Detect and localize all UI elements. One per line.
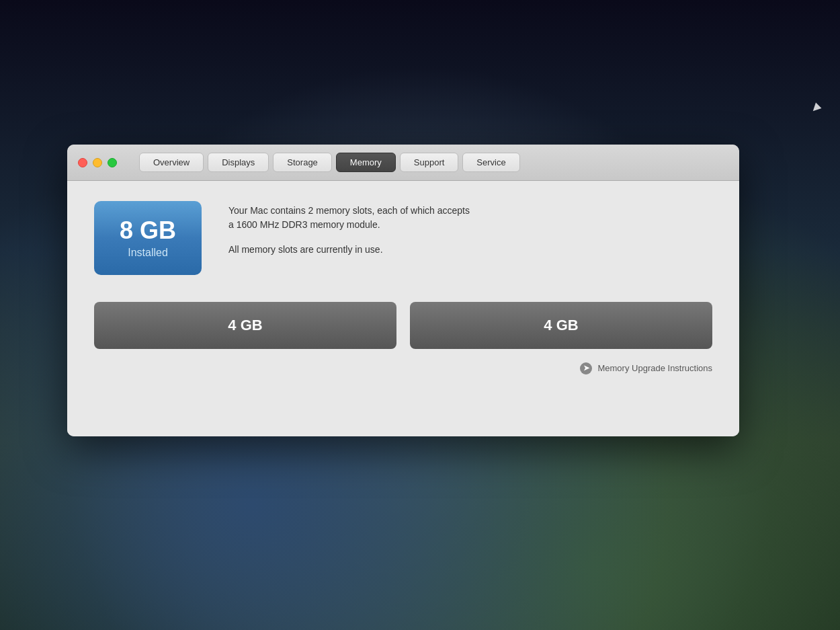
minimize-button[interactable] <box>93 158 102 167</box>
titlebar: Overview Displays Storage Memory Support… <box>67 145 739 181</box>
upgrade-instructions-link[interactable]: ➤ Memory Upgrade Instructions <box>94 362 712 375</box>
memory-desc-usage: All memory slots are currently in use. <box>228 243 712 257</box>
memory-description: Your Mac contains 2 memory slots, each o… <box>228 201 712 268</box>
memory-content: 8 GB Installed Your Mac contains 2 memor… <box>67 181 739 436</box>
about-this-mac-window: Overview Displays Storage Memory Support… <box>67 145 739 436</box>
tab-bar: Overview Displays Storage Memory Support… <box>137 153 522 172</box>
memory-slot-2: 4 GB <box>410 302 712 349</box>
close-button[interactable] <box>78 158 87 167</box>
tab-storage[interactable]: Storage <box>273 153 332 172</box>
memory-badge: 8 GB Installed <box>94 201 202 275</box>
upgrade-link-icon: ➤ <box>580 362 592 375</box>
traffic-lights <box>78 158 117 167</box>
upgrade-link-text: Memory Upgrade Instructions <box>597 363 712 373</box>
tab-memory[interactable]: Memory <box>336 153 396 172</box>
memory-installed-label: Installed <box>113 247 183 259</box>
memory-desc-slots: Your Mac contains 2 memory slots, each o… <box>228 204 712 232</box>
maximize-button[interactable] <box>108 158 117 167</box>
tab-displays[interactable]: Displays <box>208 153 269 172</box>
tab-overview[interactable]: Overview <box>139 153 204 172</box>
tab-service[interactable]: Service <box>462 153 519 172</box>
memory-slots-row: 4 GB 4 GB <box>94 302 712 349</box>
tab-support[interactable]: Support <box>400 153 459 172</box>
memory-slot-1: 4 GB <box>94 302 396 349</box>
memory-layout: 8 GB Installed Your Mac contains 2 memor… <box>94 201 712 275</box>
memory-size: 8 GB <box>113 217 183 244</box>
